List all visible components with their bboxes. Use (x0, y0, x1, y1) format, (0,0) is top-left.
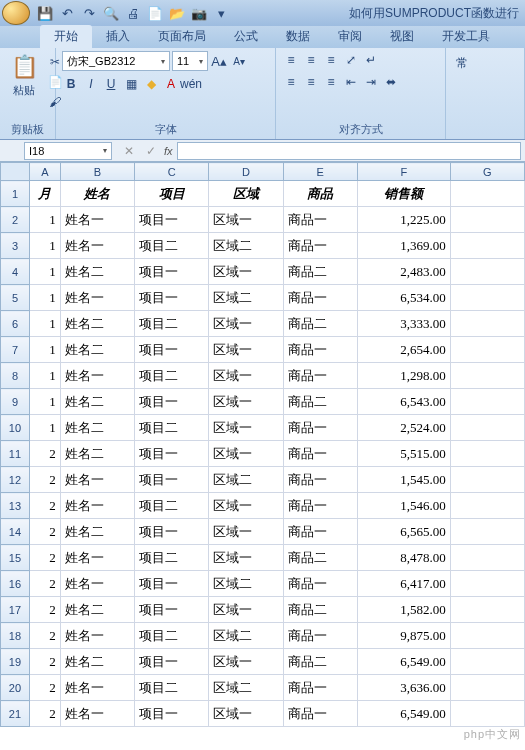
print-preview-icon[interactable]: 🔍 (102, 4, 120, 22)
cell[interactable]: 姓名一 (60, 467, 134, 493)
office-button[interactable] (2, 1, 30, 25)
cell[interactable]: 区域一 (209, 415, 283, 441)
cell[interactable]: 1,369.00 (357, 233, 450, 259)
worksheet-grid[interactable]: A B C D E F G 1月姓名项目区域商品销售额21姓名一项目一区域一商品… (0, 162, 525, 750)
cell[interactable]: 姓名二 (60, 519, 134, 545)
cell[interactable]: 1 (29, 337, 60, 363)
merge-center-icon[interactable]: ⬌ (382, 73, 400, 91)
row-header[interactable]: 4 (1, 259, 30, 285)
cell[interactable]: 姓名二 (60, 337, 134, 363)
cell[interactable] (450, 337, 524, 363)
row-header[interactable]: 13 (1, 493, 30, 519)
bold-icon[interactable]: B (62, 75, 80, 93)
cell[interactable]: 姓名一 (60, 571, 134, 597)
cell[interactable]: 项目二 (135, 493, 209, 519)
row-header[interactable]: 14 (1, 519, 30, 545)
cell[interactable]: 姓名二 (60, 649, 134, 675)
cell[interactable]: 项目一 (135, 337, 209, 363)
cell[interactable]: 项目一 (135, 519, 209, 545)
cell[interactable]: 姓名一 (60, 233, 134, 259)
cell[interactable]: 2,524.00 (357, 415, 450, 441)
cell[interactable]: 1 (29, 389, 60, 415)
cell[interactable]: 月 (29, 181, 60, 207)
col-header-C[interactable]: C (135, 163, 209, 181)
cell[interactable]: 项目一 (135, 571, 209, 597)
new-icon[interactable]: 📄 (146, 4, 164, 22)
font-color-icon[interactable]: A (162, 75, 180, 93)
row-header[interactable]: 18 (1, 623, 30, 649)
cell[interactable]: 2 (29, 467, 60, 493)
cell[interactable]: 姓名一 (60, 701, 134, 727)
cell[interactable]: 6,549.00 (357, 701, 450, 727)
row-header[interactable]: 5 (1, 285, 30, 311)
font-name-select[interactable]: 仿宋_GB2312 ▾ (62, 51, 170, 71)
font-size-select[interactable]: 11 ▾ (172, 51, 208, 71)
cell[interactable]: 商品二 (283, 389, 357, 415)
cell[interactable]: 2 (29, 571, 60, 597)
cell[interactable]: 销售额 (357, 181, 450, 207)
name-box[interactable]: I18 ▾ (24, 142, 112, 160)
cell[interactable]: 姓名一 (60, 675, 134, 701)
cell[interactable]: 商品二 (283, 545, 357, 571)
cell[interactable]: 2 (29, 545, 60, 571)
cell[interactable]: 姓名一 (60, 285, 134, 311)
tab-data[interactable]: 数据 (272, 25, 324, 48)
cell[interactable]: 姓名一 (60, 363, 134, 389)
increase-indent-icon[interactable]: ⇥ (362, 73, 380, 91)
cell[interactable]: 姓名一 (60, 493, 134, 519)
cell[interactable]: 项目二 (135, 623, 209, 649)
cell[interactable]: 区域一 (209, 207, 283, 233)
cell[interactable]: 项目二 (135, 415, 209, 441)
cell[interactable]: 区域二 (209, 233, 283, 259)
cell[interactable]: 项目 (135, 181, 209, 207)
cell[interactable]: 9,875.00 (357, 623, 450, 649)
cell[interactable]: 商品二 (283, 649, 357, 675)
cell[interactable]: 区域一 (209, 597, 283, 623)
cell[interactable]: 姓名二 (60, 441, 134, 467)
cell[interactable]: 1,225.00 (357, 207, 450, 233)
cell[interactable]: 区域一 (209, 545, 283, 571)
cell[interactable]: 商品一 (283, 571, 357, 597)
cell[interactable]: 区域一 (209, 441, 283, 467)
align-left-icon[interactable]: ≡ (282, 73, 300, 91)
select-all-corner[interactable] (1, 163, 30, 181)
tab-developer[interactable]: 开发工具 (428, 25, 504, 48)
cell[interactable]: 区域一 (209, 519, 283, 545)
row-header[interactable]: 3 (1, 233, 30, 259)
cell[interactable] (450, 701, 524, 727)
tab-page-layout[interactable]: 页面布局 (144, 25, 220, 48)
cell[interactable] (450, 441, 524, 467)
cell[interactable]: 项目二 (135, 233, 209, 259)
cell[interactable]: 姓名二 (60, 311, 134, 337)
cell[interactable]: 姓名一 (60, 545, 134, 571)
row-header[interactable]: 7 (1, 337, 30, 363)
wrap-text-icon[interactable]: ↵ (362, 51, 380, 69)
cell[interactable]: 6,417.00 (357, 571, 450, 597)
cell[interactable]: 区域二 (209, 675, 283, 701)
cell[interactable]: 6,543.00 (357, 389, 450, 415)
align-middle-icon[interactable]: ≡ (302, 51, 320, 69)
open-icon[interactable]: 📂 (168, 4, 186, 22)
cell[interactable]: 区域一 (209, 337, 283, 363)
enter-icon[interactable]: ✓ (142, 142, 160, 160)
redo-icon[interactable]: ↷ (80, 4, 98, 22)
cell[interactable]: 2 (29, 519, 60, 545)
cell[interactable] (450, 259, 524, 285)
cell[interactable] (450, 649, 524, 675)
cell[interactable]: 6,549.00 (357, 649, 450, 675)
qat-more-icon[interactable]: ▾ (212, 4, 230, 22)
cell[interactable]: 2 (29, 701, 60, 727)
tab-review[interactable]: 审阅 (324, 25, 376, 48)
cell[interactable] (450, 675, 524, 701)
cell[interactable]: 姓名二 (60, 389, 134, 415)
cell[interactable]: 商品一 (283, 623, 357, 649)
cell[interactable]: 1,545.00 (357, 467, 450, 493)
row-header[interactable]: 16 (1, 571, 30, 597)
col-header-A[interactable]: A (29, 163, 60, 181)
cell[interactable]: 2 (29, 597, 60, 623)
cell[interactable] (450, 233, 524, 259)
cell[interactable]: 商品一 (283, 415, 357, 441)
number-format-label[interactable]: 常 (452, 51, 472, 76)
cell[interactable]: 1 (29, 415, 60, 441)
orientation-icon[interactable]: ⤢ (342, 51, 360, 69)
